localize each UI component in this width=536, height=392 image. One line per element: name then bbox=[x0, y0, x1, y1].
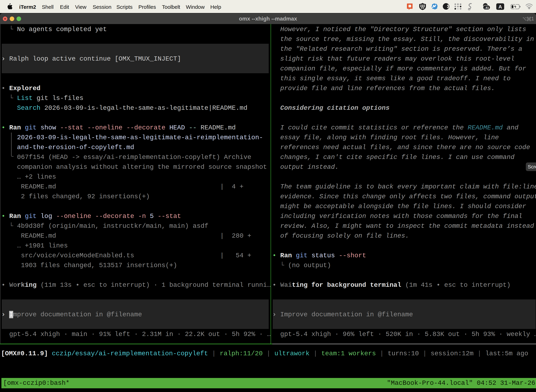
svg-text:A: A bbox=[498, 4, 502, 9]
svg-text:..61: ..61 bbox=[484, 6, 489, 9]
